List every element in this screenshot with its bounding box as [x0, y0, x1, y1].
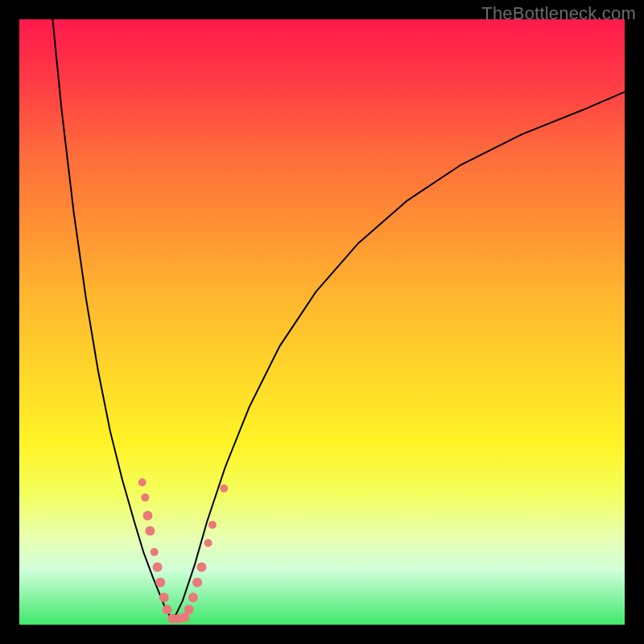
scatter-dot [208, 521, 217, 529]
scatter-dot [188, 592, 198, 602]
scatter-dot [153, 563, 163, 572]
scatter-dot [155, 577, 165, 587]
watermark-text: TheBottleneck.com [481, 3, 636, 24]
scatter-dot [184, 605, 194, 614]
scatter-dot [192, 577, 202, 587]
scatter-dot [141, 493, 149, 502]
scatter-dot [220, 485, 228, 493]
bottleneck-curve-svg [19, 19, 625, 625]
scatter-dot [145, 526, 155, 535]
scatter-dot [138, 478, 147, 486]
scatter-dot [151, 548, 159, 556]
scatter-dot [163, 605, 172, 614]
scatter-dot [142, 511, 152, 521]
chart-plot-area [19, 19, 625, 625]
scatter-dot [159, 592, 169, 602]
scatter-dot [196, 563, 206, 572]
scatter-dot [204, 539, 213, 547]
curve-right-branch [172, 92, 625, 621]
